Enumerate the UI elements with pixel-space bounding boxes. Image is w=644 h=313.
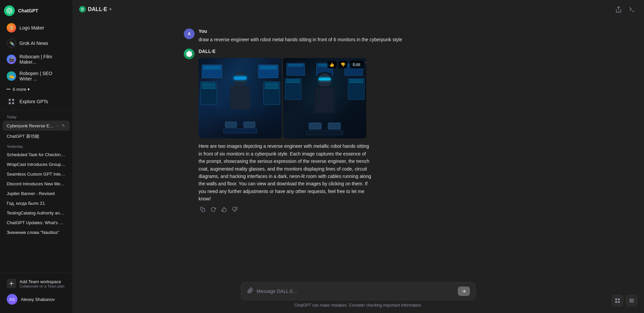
sidebar-chat-jupiter[interactable]: Jupiter Banner - Revised (3, 189, 70, 198)
sidebar-item-grok[interactable]: ✒️ Grok AI News (3, 36, 70, 51)
generated-image-1[interactable] (199, 58, 282, 138)
app-name-label: ChatGPT (18, 8, 38, 13)
message-input[interactable] (257, 289, 455, 294)
attach-button[interactable] (247, 287, 254, 296)
sidebar-divider (0, 111, 72, 111)
user-message-author: You (199, 28, 533, 34)
logo-maker-label: Logo Maker (19, 25, 44, 30)
chatgpt-updates-label: ChatGPT Updates: What's New (7, 220, 66, 225)
sidebar-chat-testing[interactable]: TestingCatalog Authority and Tru... (3, 208, 70, 217)
sidebar-item-robopen[interactable]: ✍️ Robopen | SEO Writer ... (3, 68, 70, 84)
monitor-mid-left (200, 81, 217, 105)
user-message: A You draw a reverse engineer with robot… (157, 26, 559, 46)
add-team-button[interactable]: Add Team workspace Collaborate on a Team… (3, 276, 70, 291)
cyberpunk-chat-label: Cyberpunk Reverse Engin... (7, 123, 55, 128)
sidebar-item-robocam[interactable]: 🎬 Robocam | Film Maker... (3, 51, 70, 67)
dalle-logo-small: D (79, 6, 86, 13)
user-avatar: AS (7, 294, 17, 305)
more-button[interactable]: 6 more ▾ (3, 85, 70, 93)
add-team-text: Add Team workspace Collaborate on a Team… (19, 279, 64, 288)
refresh-button[interactable] (209, 205, 217, 214)
dalle-message: DALL·E (157, 46, 559, 217)
messages-area: A You draw a reverse engineer with robot… (72, 19, 644, 277)
monitor-top-right (258, 65, 278, 78)
sidebar: ChatGPT 🎨 Logo Maker ✒️ Grok AI News 🎬 R… (0, 0, 72, 313)
cyber2-hand-left (309, 123, 322, 129)
dalle-avatar-icon (184, 49, 195, 59)
svg-rect-17 (629, 302, 634, 302)
dalle-description-text: Here are two images depicting a reverse … (199, 142, 373, 202)
bars-button[interactable] (626, 295, 637, 306)
add-team-subtitle: Collaborate on a Team plan (19, 284, 64, 288)
send-button[interactable] (458, 287, 470, 296)
today-section-label: Today (0, 112, 72, 120)
cyberpunk-image-1 (199, 58, 282, 138)
monitor-mid-right (263, 81, 280, 105)
input-disclaimer: ChatGPT can make mistakes. Consider chec… (99, 303, 617, 308)
sidebar-chat-chatgpt-updates[interactable]: ChatGPT Updates: What's New (3, 218, 70, 227)
sidebar-chat-wrapcast[interactable]: WrapCast Introduces Group Chat... (3, 160, 70, 169)
bottom-right-panel (612, 295, 637, 306)
copy-button[interactable] (199, 205, 207, 214)
scheduled-label: Scheduled Task for Checking He... (7, 152, 66, 157)
figure-hands (225, 122, 255, 128)
wrapcast-label: WrapCast Introduces Group Chat... (7, 162, 66, 167)
chatgpt-logo-icon (4, 5, 15, 16)
sidebar-chat-nautilus[interactable]: Значение слова "Nautilus" (3, 228, 70, 237)
nautilus-label: Значение слова "Nautilus" (7, 230, 66, 235)
svg-rect-11 (615, 298, 617, 300)
thumbdown-button[interactable]: 👎 (338, 61, 347, 68)
edit-button[interactable]: Edit (350, 61, 364, 68)
share-button[interactable] (613, 4, 624, 15)
svg-point-2 (9, 89, 10, 90)
sidebar-chat-seamless[interactable]: Seamless Custom GPT Integratio... (3, 170, 70, 179)
sidebar-chat-cyberpunk[interactable]: Cyberpunk Reverse Engin... ··· ✎ (3, 121, 70, 131)
cyber2-suit (316, 87, 334, 113)
thumbup-msg-button[interactable] (220, 205, 228, 214)
image-edit-overlay: 👍 👎 Edit (327, 61, 364, 68)
svg-rect-5 (9, 102, 11, 104)
cyber2-hand-right (328, 123, 341, 129)
grid-settings-button[interactable] (612, 295, 623, 306)
sidebar-chat-discord[interactable]: Discord Introduces New Member... (3, 179, 70, 188)
user-message-content: You draw a reverse engineer with robot m… (199, 28, 533, 43)
more-label: 6 more (13, 87, 26, 92)
chat-edit-button[interactable]: ✎ (61, 123, 66, 129)
user-initials: AS (9, 297, 15, 302)
svg-rect-15 (629, 299, 634, 300)
sidebar-chat-chatgpt-new[interactable]: ChatGPT 新功能 (3, 131, 70, 141)
user-profile[interactable]: AS Alexey Shabanov (3, 291, 70, 307)
thumbdown-msg-button[interactable] (231, 205, 239, 214)
dalle-message-content: DALL·E (199, 49, 533, 214)
thumbup-button[interactable]: 👍 (327, 61, 336, 68)
figure-glasses (234, 76, 247, 80)
terminal-button[interactable] (627, 4, 637, 15)
svg-rect-14 (618, 301, 620, 303)
grok-icon: ✒️ (7, 39, 16, 48)
yesterday-section-label: Yesterday (0, 142, 72, 150)
sidebar-chat-scheduled[interactable]: Scheduled Task for Checking He... (3, 150, 70, 159)
sidebar-item-logo-maker[interactable]: 🎨 Logo Maker (3, 20, 70, 35)
sidebar-item-explore[interactable]: Explore GPTs (3, 94, 70, 109)
discord-label: Discord Introduces New Member... (7, 181, 66, 186)
main-content: D DALL·E ▾ A (72, 0, 644, 313)
robopen-icon: ✍️ (7, 71, 16, 81)
add-team-title: Add Team workspace (19, 279, 64, 284)
figure-body (230, 86, 250, 109)
robocam-icon: 🎬 (7, 55, 16, 64)
chat-title-button[interactable]: D DALL·E ▾ (79, 6, 111, 13)
svg-rect-13 (615, 301, 617, 303)
hand-right (244, 122, 255, 128)
sidebar-chat-god[interactable]: Год, когда было 21. (3, 199, 70, 208)
hand-left (225, 122, 237, 128)
svg-point-0 (7, 89, 8, 90)
sidebar-header[interactable]: ChatGPT (0, 3, 72, 19)
chat-more-button[interactable]: ··· (55, 123, 60, 129)
title-chevron-icon: ▾ (109, 7, 111, 12)
user-avatar-icon: A (184, 28, 195, 39)
cyberpunk-image-2 (283, 58, 366, 138)
grid-icon (7, 97, 16, 106)
svg-rect-3 (9, 99, 11, 101)
god-label: Год, когда было 21. (7, 201, 66, 206)
generated-image-2[interactable]: 👍 👎 Edit (283, 58, 366, 138)
